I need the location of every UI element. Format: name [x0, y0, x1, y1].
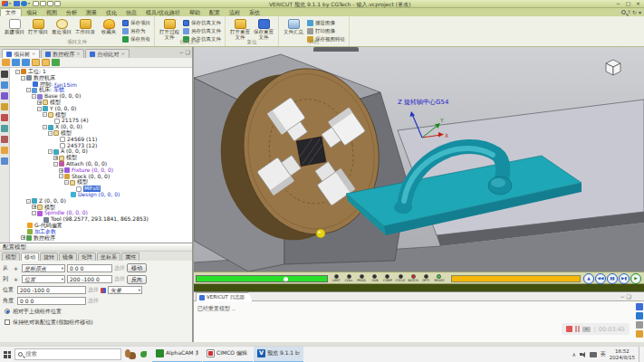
- tree-node[interactable]: +数控程序: [10, 235, 192, 242]
- undo-icon[interactable]: [32, 59, 40, 66]
- move-button[interactable]: 移动: [127, 263, 147, 272]
- collapse-icon[interactable]: -: [15, 70, 20, 74]
- collapse-icon[interactable]: -: [26, 88, 31, 92]
- reverse-button[interactable]: 反向: [127, 275, 147, 284]
- expand-icon[interactable]: +: [32, 205, 36, 209]
- working-directory-button[interactable]: 工作目录: [73, 18, 97, 35]
- close-tab-icon[interactable]: ×: [76, 50, 80, 58]
- close-tab-icon[interactable]: ×: [120, 50, 124, 58]
- refresh-views-icon[interactable]: [1, 147, 8, 154]
- collapse-icon[interactable]: -: [32, 211, 36, 215]
- tree-node[interactable]: -Stock (0, 0, 0): [10, 174, 192, 180]
- redo-icon[interactable]: [42, 59, 50, 66]
- save-project-button[interactable]: 保存项目: [122, 20, 150, 26]
- simulation-progress-bar[interactable]: [196, 275, 328, 282]
- new-project-button[interactable]: 新建项目: [3, 18, 26, 35]
- collapse-icon[interactable]: -: [59, 174, 63, 178]
- menu-tab-4[interactable]: 测量: [82, 9, 101, 16]
- favorites-button[interactable]: 收藏夹: [97, 18, 120, 35]
- history-icon[interactable]: [1, 157, 8, 165]
- model-tab-4[interactable]: 矩阵: [78, 252, 96, 261]
- model-tab-0[interactable]: 模型: [2, 252, 20, 261]
- tree-node[interactable]: -模型: [10, 130, 192, 137]
- tree-node[interactable]: -A (0, 0, 0): [10, 148, 192, 155]
- maximize-button[interactable]: ▢: [623, 0, 633, 7]
- menu-tab-9[interactable]: 配置: [205, 9, 225, 16]
- save-sim-file-button[interactable]: 保存仿真文件: [183, 20, 221, 26]
- views-icon[interactable]: [636, 303, 643, 310]
- menu-tab-3[interactable]: 分析: [62, 9, 82, 16]
- menu-tab-2[interactable]: 视图: [42, 9, 62, 16]
- tree-node[interactable]: -模型: [10, 112, 192, 119]
- expand-icon[interactable]: +: [59, 168, 63, 173]
- recent-project-button[interactable]: 最近项目: [50, 18, 73, 35]
- model-tab-3[interactable]: 镜像: [59, 252, 77, 261]
- folder-icon[interactable]: [636, 330, 643, 338]
- open-process-file-button[interactable]: 打开过程文件: [158, 18, 181, 40]
- panel-tab-0[interactable]: 项目树×: [2, 49, 40, 58]
- tree-node[interactable]: -数控机床: [10, 75, 192, 81]
- to-type-select[interactable]: 位置▾: [22, 275, 65, 283]
- rewind-button[interactable]: ◀◀: [595, 273, 606, 284]
- minimize-button[interactable]: −: [613, 0, 623, 7]
- save-sim-as-button[interactable]: 另存仿真文件: [183, 28, 221, 34]
- printer-icon[interactable]: [590, 352, 597, 357]
- show-desktop-button[interactable]: [639, 347, 642, 362]
- play-to-end-button[interactable]: ▶▮: [619, 273, 630, 284]
- pick-point-icon[interactable]: +: [14, 276, 20, 282]
- app-logo-icon[interactable]: [2, 1, 8, 6]
- viewport-view-tab[interactable]: [313, 47, 359, 52]
- menu-tab-1[interactable]: 项目: [22, 9, 42, 16]
- model-tab-6[interactable]: 属性: [121, 252, 139, 261]
- collapse-icon[interactable]: -: [53, 162, 58, 167]
- go-icon[interactable]: [52, 59, 60, 66]
- tree-node[interactable]: 24569 (11): [10, 137, 192, 143]
- angle-pick-link[interactable]: 选择: [88, 297, 99, 305]
- record-camera-icon[interactable]: [582, 327, 591, 332]
- tree-node[interactable]: +模型: [10, 100, 192, 106]
- to-coord-input[interactable]: [67, 275, 112, 283]
- save-icon[interactable]: [14, 1, 20, 6]
- layout-single-icon[interactable]: [33, 1, 39, 6]
- layout-grid-icon[interactable]: [47, 1, 53, 6]
- tree-node[interactable]: -Y (0, 0, 0): [10, 106, 192, 112]
- info-icon[interactable]: [21, 1, 27, 6]
- collapse-icon[interactable]: -: [43, 125, 47, 129]
- save-reset-file-button[interactable]: 保存重置文件: [252, 18, 275, 40]
- tree-node[interactable]: +模型: [10, 205, 192, 211]
- pick-point-icon[interactable]: +: [14, 265, 20, 272]
- tree-node[interactable]: -模型: [10, 179, 192, 186]
- dropdown-icon[interactable]: ▾: [28, 1, 32, 6]
- taskbar-app-0[interactable]: AlphaCAM 简体中...: [152, 347, 202, 362]
- layout-a-icon[interactable]: [12, 59, 20, 66]
- select-arrow-icon[interactable]: [1, 71, 8, 78]
- record-stop-icon[interactable]: [566, 326, 572, 332]
- refresh-icon[interactable]: ↻: [632, 9, 637, 15]
- layout-b-icon[interactable]: [22, 59, 30, 66]
- panel-tab-1[interactable]: 数控程序×: [41, 49, 84, 58]
- search-icon[interactable]: [621, 10, 626, 14]
- collapse-icon[interactable]: -: [21, 76, 25, 81]
- collapse-icon[interactable]: -: [48, 131, 53, 136]
- start-button[interactable]: [0, 347, 14, 362]
- edit-icon[interactable]: [2, 59, 10, 66]
- menu-tab-0[interactable]: 文件: [0, 8, 22, 16]
- panel-tab-2[interactable]: 自动比对×: [85, 49, 129, 58]
- model-tab-2[interactable]: 旋转: [40, 252, 58, 261]
- angle-input[interactable]: [17, 297, 86, 305]
- keep-absolute-checkbox[interactable]: [5, 319, 10, 325]
- tree-node[interactable]: 控制:fan15im: [10, 81, 192, 88]
- print-image-button[interactable]: 打印图像: [307, 28, 345, 34]
- collapse-icon[interactable]: -: [26, 199, 31, 204]
- tree-node[interactable]: 21175 (4): [10, 118, 192, 124]
- ime-indicator[interactable]: 英: [601, 350, 606, 358]
- tree-node[interactable]: Design (0, 0, 0): [10, 192, 192, 198]
- record-pause-icon[interactable]: [575, 326, 580, 332]
- machine-views-icon[interactable]: [1, 92, 8, 100]
- close-button[interactable]: ×: [633, 0, 643, 7]
- vector-select[interactable]: 矢量▾: [108, 286, 142, 294]
- model-tab-1[interactable]: 移动: [21, 252, 39, 261]
- taskbar-search[interactable]: 搜索: [14, 348, 121, 360]
- expand-icon[interactable]: +: [37, 100, 42, 105]
- single-step-button[interactable]: ▲: [583, 273, 594, 284]
